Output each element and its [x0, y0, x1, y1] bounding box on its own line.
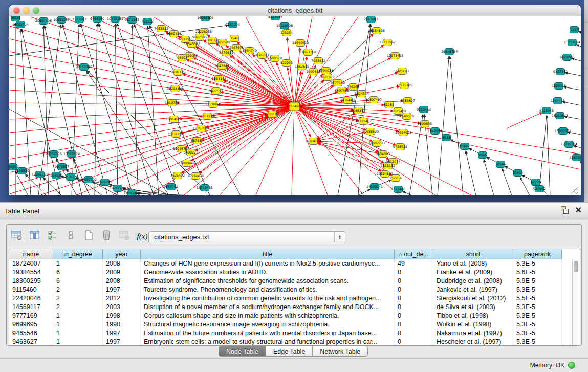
- graph-node-12975185[interactable]: 12975185: [396, 82, 412, 89]
- graph-node-10719185[interactable]: 10719185: [107, 16, 123, 23]
- graph-node-16961758[interactable]: 16961758: [300, 49, 316, 56]
- tab-network-table[interactable]: Network Table: [313, 346, 367, 356]
- window-titlebar[interactable]: citations_edges.txt: [9, 5, 581, 16]
- graph-node-16648784[interactable]: 16648784: [441, 49, 458, 55]
- graph-node-924502[interactable]: 924502: [533, 186, 546, 192]
- graph-node-9699695[interactable]: 9699695: [418, 121, 432, 127]
- float-panel-icon[interactable]: [561, 206, 569, 214]
- graph-node-9227342[interactable]: 9227342: [553, 69, 568, 75]
- table-row[interactable]: 1938455462009Genome-wide association stu…: [9, 268, 580, 277]
- graph-node-16154808[interactable]: 16154808: [368, 28, 385, 34]
- graph-node-17016504[interactable]: 17016504: [561, 141, 577, 148]
- graph-node-1549578[interactable]: 1549578: [400, 113, 414, 120]
- graph-node-10973493[interactable]: 10973493: [387, 53, 403, 59]
- column-header-name[interactable]: name: [9, 249, 53, 259]
- column-header-year[interactable]: year: [103, 249, 141, 259]
- graph-node-8427552[interactable]: 8427552: [209, 88, 223, 95]
- close-window-button[interactable]: [13, 7, 20, 14]
- graph-node-16210643[interactable]: 16210643: [552, 113, 568, 119]
- graph-node-2087682[interactable]: 2087682: [364, 16, 378, 23]
- graph-node-252254[interactable]: 252254: [389, 175, 402, 182]
- graph-node-1588520[interactable]: 1588520: [268, 55, 282, 62]
- graph-node-12942757[interactable]: 12942757: [32, 171, 48, 178]
- graph-node-2803144[interactable]: 2803144: [212, 76, 226, 82]
- graph-node-1209358[interactable]: 1209358: [552, 83, 566, 90]
- vertical-scrollbar[interactable]: [572, 259, 580, 345]
- graph-node-9756928[interactable]: 9756928: [393, 144, 407, 150]
- graph-node-9463627[interactable]: 9463627: [401, 98, 415, 104]
- graph-node-154519[interactable]: 154519: [50, 172, 62, 179]
- table-row[interactable]: 946362711997Embryonic stem cells: a mode…: [9, 338, 580, 346]
- graph-node-16531[interactable]: 16531: [10, 16, 20, 21]
- graph-node-10653287[interactable]: 10653287: [53, 17, 70, 24]
- graph-node-1156829[interactable]: 1156829: [15, 168, 29, 174]
- graph-node-8813054[interactable]: 8813054: [268, 16, 282, 20]
- zoom-window-button[interactable]: [33, 7, 39, 14]
- graph-node-123254[interactable]: 123254: [280, 30, 293, 36]
- column-header-pagerank[interactable]: pagerank: [513, 249, 562, 259]
- graph-node-9875685[interactable]: 9875685: [219, 50, 233, 56]
- graph-node-3498222[interactable]: 3498222: [184, 149, 198, 156]
- graph-node-9329966[interactable]: 9329966: [560, 54, 574, 61]
- graph-node-16914479[interactable]: 16914479: [187, 173, 204, 180]
- graph-node-9946[interactable]: 9946: [478, 152, 487, 159]
- graph-node-15718485[interactable]: 15718485: [197, 185, 213, 191]
- graph-node-12213967[interactable]: 12213967: [379, 39, 396, 46]
- scrollbar-thumb[interactable]: [574, 261, 578, 272]
- graph-node-8267130[interactable]: 8267130: [200, 113, 214, 120]
- graph-node-9975887[interactable]: 9975887: [55, 164, 69, 170]
- graph-node-6497568[interactable]: 6497568: [335, 87, 349, 94]
- table-row[interactable]: 977716911998Corpus callosum shape and si…: [9, 312, 580, 320]
- row-options-button[interactable]: [63, 229, 78, 244]
- graph-node-887834[interactable]: 887834: [191, 138, 203, 144]
- table-selector-dropdown[interactable]: citations_edges.txt ▲▼: [148, 231, 345, 243]
- graph-node-761552[interactable]: 761552: [141, 18, 154, 25]
- graph-node-62160[interactable]: 62160: [384, 102, 394, 108]
- table-row[interactable]: 911546021997Tourette syndrome. Phenomeno…: [9, 286, 580, 294]
- tab-edge-table[interactable]: Edge Table: [266, 346, 313, 356]
- graph-node-14139141[interactable]: 14139141: [366, 184, 383, 190]
- graph-node-2718126[interactable]: 2718126: [171, 69, 185, 76]
- graph-node-9827505[interactable]: 9827505: [192, 34, 207, 41]
- graph-node-7963822[interactable]: 7963822: [154, 26, 168, 32]
- table-row[interactable]: 1872400712008Changes of HCN gene express…: [9, 259, 580, 268]
- graph-node-16054985[interactable]: 16054985: [166, 116, 182, 123]
- show-columns-button[interactable]: [28, 229, 42, 244]
- tab-node-table[interactable]: Node Table: [219, 346, 266, 356]
- graph-node-16543382[interactable]: 16543382: [184, 41, 200, 48]
- table-row[interactable]: 969969511998Structural magnetic resonanc…: [9, 320, 580, 329]
- graph-node-1640954[interactable]: 1640954: [428, 128, 442, 135]
- graph-node-9242848[interactable]: 9242848: [215, 63, 229, 70]
- graph-node-7546[interactable]: 7546: [230, 35, 239, 42]
- graph-node-15932971[interactable]: 15932971: [555, 128, 571, 135]
- table-row[interactable]: 1830029562008Estimation of significance …: [9, 277, 580, 286]
- graph-node-1362615[interactable]: 1362615: [295, 63, 309, 70]
- column-header-short[interactable]: short: [433, 249, 513, 259]
- graph-node-7857224[interactable]: 7857224: [226, 21, 240, 28]
- graph-node-10688609[interactable]: 10688609: [362, 128, 379, 135]
- graph-node-99450[interactable]: 99450: [513, 170, 523, 177]
- table-mode-button[interactable]: [10, 229, 24, 244]
- graph-node-822035[interactable]: 822035: [280, 60, 293, 67]
- table-row[interactable]: 1456911722003Disruption of a novel membe…: [9, 303, 580, 312]
- graph-node-9671355[interactable]: 9671355: [125, 17, 139, 24]
- new-column-button[interactable]: [81, 229, 96, 244]
- graph-node-10646[interactable]: 10646: [495, 161, 506, 168]
- graph-node-16842[interactable]: 16842: [460, 143, 470, 150]
- graph-node-2967608[interactable]: 2967608: [229, 45, 244, 51]
- graph-node-9684067[interactable]: 9684067: [376, 151, 390, 158]
- column-header-out_de[interactable]: △out_de...: [395, 249, 433, 259]
- graph-node-9777169[interactable]: 9777169: [331, 80, 345, 86]
- column-header-title[interactable]: title: [141, 249, 395, 259]
- graph-node-17359924[interactable]: 17359924: [63, 151, 80, 158]
- graph-node-19218506[interactable]: 19218506: [276, 23, 293, 29]
- table-row[interactable]: 946554611997Estimation of the future num…: [9, 329, 580, 338]
- graph-node-8960128[interactable]: 8960128: [167, 31, 181, 37]
- graph-node-1615132[interactable]: 1615132: [381, 163, 395, 169]
- graph-node-8938[interactable]: 8938: [442, 135, 451, 141]
- minimize-window-button[interactable]: [23, 7, 30, 14]
- graph-node-7485063[interactable]: 7485063: [395, 68, 409, 75]
- graph-node-9113463[interactable]: 9113463: [417, 106, 431, 113]
- close-panel-icon[interactable]: ✕: [575, 206, 582, 214]
- graph-node-1170084[interactable]: 1170084: [206, 101, 220, 108]
